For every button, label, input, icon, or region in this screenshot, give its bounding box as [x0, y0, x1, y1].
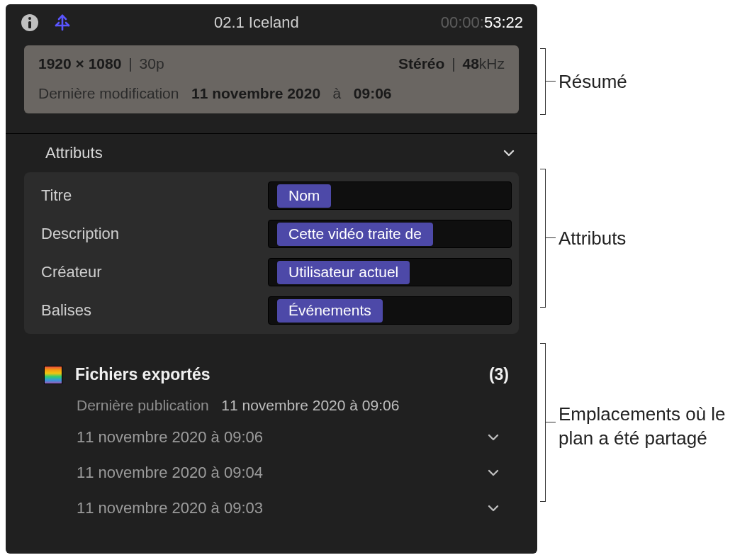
- export-item[interactable]: 11 novembre 2020 à 09:06: [27, 420, 516, 455]
- export-item-date: 11 novembre 2020 à 09:06: [77, 428, 263, 447]
- timecode-inactive: 00:00:: [441, 13, 484, 31]
- inspector-panel: 02.1 Iceland 00:00:53:22 1920 × 1080 | 3…: [6, 4, 537, 554]
- info-icon[interactable]: [20, 13, 40, 33]
- summary-audio-format: Stéréo | 48kHz: [398, 55, 505, 72]
- attr-label: Balises: [31, 294, 258, 327]
- timecode-active: 53:22: [484, 13, 523, 31]
- attr-row-creator: Créateur Utilisateur actuel: [28, 253, 515, 291]
- audio-khz-unit: kHz: [479, 55, 505, 72]
- attr-token[interactable]: Utilisateur actuel: [277, 261, 410, 284]
- chevron-down-icon[interactable]: [486, 501, 500, 515]
- timecode: 00:00:53:22: [441, 13, 523, 32]
- modified-at-word: à: [333, 85, 342, 101]
- clip-title: 02.1 Iceland: [85, 13, 428, 32]
- attributes-header-label: Attributs: [45, 144, 103, 162]
- callout-label-attributs: Attributs: [559, 228, 626, 250]
- resolution-value: 1920 × 1080: [38, 55, 121, 72]
- attr-input-tags[interactable]: Événements: [268, 296, 512, 325]
- modified-time: 09:06: [354, 85, 392, 101]
- exported-section: Fichiers exportés (3) Dernière publicati…: [27, 362, 516, 526]
- share-arrows-icon[interactable]: [52, 13, 72, 33]
- callout-tick: [546, 237, 556, 238]
- last-pub-date: 11 novembre 2020 à 09:06: [221, 397, 399, 413]
- summary-video-format: 1920 × 1080 | 30p: [38, 55, 164, 72]
- film-strip-icon: [44, 366, 62, 384]
- export-item-date: 11 novembre 2020 à 09:03: [77, 499, 263, 517]
- attr-label: Créateur: [31, 256, 258, 289]
- export-item[interactable]: 11 novembre 2020 à 09:04: [27, 455, 516, 491]
- export-item[interactable]: 11 novembre 2020 à 09:03: [27, 491, 516, 526]
- exported-last-publication: Dernière publication 11 novembre 2020 à …: [27, 387, 516, 420]
- modified-label: Dernière modification: [38, 85, 179, 101]
- exported-title: Fichiers exportés: [75, 365, 476, 384]
- svg-rect-2: [28, 21, 31, 28]
- annotation-callouts: Résumé Attributs Emplacements où le plan…: [537, 4, 750, 554]
- attr-input-description[interactable]: Cette vidéo traite de: [268, 220, 512, 248]
- attr-token[interactable]: Cette vidéo traite de: [277, 223, 433, 246]
- attr-row-description: Description Cette vidéo traite de: [28, 215, 515, 253]
- summary-row-format: 1920 × 1080 | 30p Stéréo | 48kHz: [38, 55, 505, 72]
- audio-mode: Stéréo: [398, 55, 444, 72]
- attr-label: Titre: [31, 179, 258, 212]
- chevron-down-icon[interactable]: [502, 146, 516, 160]
- attr-input-title[interactable]: Nom: [268, 181, 512, 210]
- attributes-table: Titre Nom Description Cette vidéo traite…: [24, 172, 519, 334]
- attr-row-tags: Balises Événements: [28, 291, 515, 330]
- exported-count: (3): [489, 365, 509, 384]
- chevron-down-icon[interactable]: [486, 466, 500, 480]
- last-pub-label: Dernière publication: [77, 397, 209, 413]
- callout-tick: [546, 81, 556, 82]
- audio-khz: 48: [462, 55, 478, 72]
- callout-bracket: [540, 48, 546, 115]
- summary-row-modified: Dernière modification 11 novembre 2020 à…: [38, 85, 505, 102]
- chevron-down-icon[interactable]: [486, 430, 500, 444]
- svg-point-1: [28, 17, 31, 20]
- modified-date: 11 novembre 2020: [191, 85, 320, 101]
- callout-bracket: [540, 169, 546, 308]
- export-item-date: 11 novembre 2020 à 09:04: [77, 464, 263, 482]
- attributes-header[interactable]: Attributs: [6, 134, 537, 172]
- attr-row-title: Titre Nom: [28, 177, 515, 215]
- summary-box: 1920 × 1080 | 30p Stéréo | 48kHz Dernièr…: [24, 45, 519, 113]
- attr-token[interactable]: Événements: [277, 299, 383, 323]
- attr-input-creator[interactable]: Utilisateur actuel: [268, 258, 512, 286]
- exported-header: Fichiers exportés (3): [27, 362, 516, 387]
- inspector-topbar: 02.1 Iceland 00:00:53:22: [6, 4, 537, 41]
- attr-label: Description: [31, 218, 258, 250]
- callout-tick: [546, 422, 556, 422]
- callout-bracket: [540, 343, 546, 502]
- callout-label-resume: Résumé: [559, 71, 627, 93]
- callout-label-emplacements: Emplacements où le plan a été partagé: [559, 403, 750, 451]
- fps-value: 30p: [140, 55, 164, 72]
- attr-token[interactable]: Nom: [277, 184, 331, 208]
